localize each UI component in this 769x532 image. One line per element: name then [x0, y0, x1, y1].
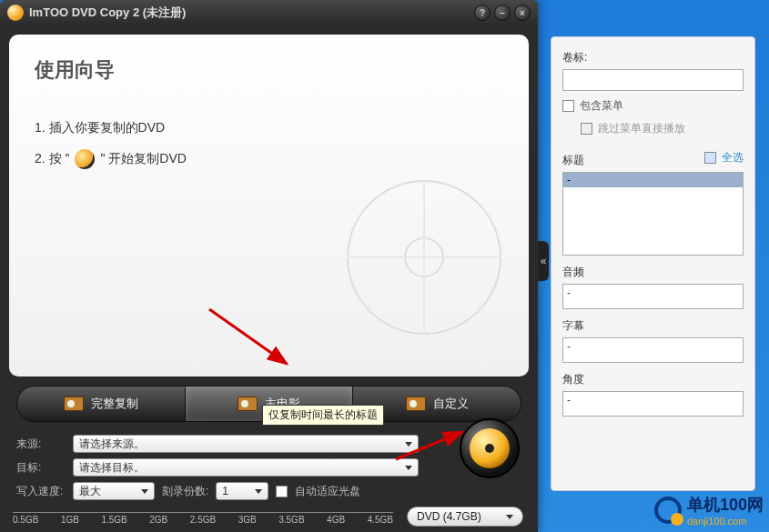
angle-label: 角度 [562, 372, 744, 387]
reel-icon [238, 396, 258, 411]
volume-label: 卷标: [562, 50, 744, 65]
target-value: 请选择目标。 [79, 460, 145, 476]
subtitle-item: - [567, 340, 571, 353]
source-select[interactable]: 请选择来源。 [73, 435, 419, 453]
ruler-tick: 4.5GB [368, 515, 393, 525]
watermark-url: danji100.com [687, 516, 764, 527]
ruler-tick: 2.5GB [190, 515, 216, 525]
minimize-button[interactable]: – [494, 5, 511, 21]
watermark-logo-icon [654, 497, 682, 524]
window-title: ImTOO DVD Copy 2 (未注册) [29, 5, 474, 21]
help-button[interactable]: ? [474, 5, 491, 21]
mode-custom-label: 自定义 [433, 396, 469, 412]
write-speed-select[interactable]: 最大 [73, 482, 155, 500]
autofit-checkbox[interactable] [276, 486, 288, 497]
angle-item: - [567, 394, 571, 407]
disc-icon [75, 149, 95, 169]
chevron-down-icon [506, 515, 513, 519]
app-window: ImTOO DVD Copy 2 (未注册) ? – × 使用向导 1. 插入你… [0, 0, 538, 532]
side-panel: 卷标: 包含菜单 跳过菜单直接播放 标题 全选 - 音频 - 字幕 - 角度 - [551, 36, 755, 491]
audio-listbox[interactable]: - [562, 284, 744, 309]
include-menu-checkbox[interactable] [562, 100, 574, 112]
ruler-tick: 3GB [238, 515, 257, 525]
select-all-label: 全选 [722, 150, 744, 166]
target-select[interactable]: 请选择目标。 [73, 458, 419, 477]
audio-item: - [567, 286, 571, 299]
ruler-tick: 2GB [149, 515, 167, 525]
disc-icon [470, 428, 510, 468]
wizard-step-1-text: 1. 插入你要复制的DVD [35, 120, 165, 136]
watermark-name: 单机100网 [687, 496, 764, 514]
select-all-checkbox[interactable] [704, 152, 716, 164]
wizard-heading: 使用向导 [35, 56, 503, 84]
title-item[interactable]: - [563, 173, 743, 187]
volume-input[interactable] [562, 69, 744, 91]
dvd-watermark-icon [347, 180, 501, 335]
write-speed-value: 最大 [79, 484, 101, 499]
ruler-tick: 3.5GB [278, 515, 304, 525]
wizard-panel: 使用向导 1. 插入你要复制的DVD 2. 按 " " 开始复制DVD [9, 35, 529, 376]
skip-menu-checkbox[interactable] [581, 123, 592, 135]
app-logo-icon [7, 5, 24, 21]
chevron-down-icon [405, 442, 412, 447]
start-copy-button[interactable] [460, 418, 520, 478]
angle-listbox[interactable]: - [562, 391, 744, 417]
collapse-side-panel-button[interactable]: « [538, 241, 549, 281]
mode-full-label: 完整复制 [91, 396, 138, 412]
spinner-icon [255, 489, 262, 494]
wizard-step-2-suffix: " 开始复制DVD [100, 151, 186, 167]
titlebar: ImTOO DVD Copy 2 (未注册) ? – × [0, 0, 538, 25]
skip-menu-label: 跳过菜单直接播放 [598, 121, 685, 136]
ruler-tick: 1.5GB [101, 515, 126, 525]
ruler-tick: 1GB [61, 515, 79, 525]
titles-label: 标题 [562, 153, 584, 168]
target-label: 目标: [16, 460, 66, 476]
write-speed-label: 写入速度: [16, 484, 66, 499]
source-value: 请选择来源。 [79, 437, 145, 452]
film-icon [64, 396, 84, 411]
copies-value: 1 [222, 485, 228, 497]
ruler-tick: 0.5GB [13, 515, 38, 525]
ruler-tick: 4GB [327, 515, 345, 525]
chevron-down-icon [141, 489, 148, 494]
target-disc-value: DVD (4.7GB) [417, 510, 481, 523]
autofit-label: 自动适应光盘 [295, 484, 360, 499]
tooltip: 仅复制时间最长的标题 [262, 405, 384, 426]
close-button[interactable]: × [514, 5, 531, 21]
mode-full-copy-button[interactable]: 完整复制 [17, 386, 186, 421]
source-label: 来源: [16, 437, 66, 452]
audio-label: 音频 [562, 265, 744, 280]
subtitle-listbox[interactable]: - [562, 337, 744, 363]
copies-label: 刻录份数: [162, 484, 208, 499]
size-ruler: 0.5GB 1GB 1.5GB 2GB 2.5GB 3GB 3.5GB 4GB … [13, 512, 393, 525]
watermark: 单机100网 danji100.com [654, 494, 764, 527]
target-disc-select[interactable]: DVD (4.7GB) [407, 507, 523, 527]
wizard-step-1: 1. 插入你要复制的DVD [35, 120, 503, 136]
subtitle-label: 字幕 [562, 318, 744, 334]
wizard-step-2: 2. 按 " " 开始复制DVD [35, 149, 503, 169]
wizard-step-2-prefix: 2. 按 " [35, 151, 69, 167]
copies-spinner[interactable]: 1 [216, 482, 268, 500]
titles-listbox[interactable]: - [562, 172, 744, 256]
chevron-down-icon [405, 466, 412, 470]
form-area: 来源: 请选择来源。 目标: 请选择目标。 写入速度: 最大 刻录份数: 1 [16, 435, 521, 500]
include-menu-label: 包含菜单 [580, 98, 623, 114]
tools-icon [406, 396, 426, 411]
